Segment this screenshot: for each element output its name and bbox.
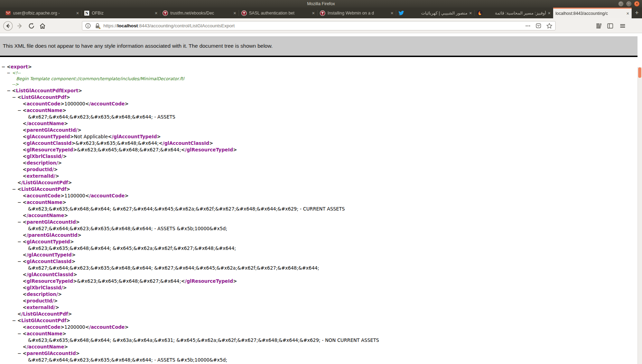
ofbiz-icon — [477, 10, 483, 16]
minimize-button[interactable]: – — [618, 1, 624, 7]
collapse-toggle[interactable]: − — [7, 87, 10, 94]
collapse-toggle[interactable]: − — [17, 350, 21, 357]
reload-button[interactable] — [26, 21, 37, 31]
xml-line: −<ListGlAccountPdf> — [0, 186, 642, 193]
xml-text: < — [159, 140, 162, 146]
library-icon[interactable] — [594, 21, 604, 31]
xml-text: > — [125, 101, 129, 106]
page-actions-icon[interactable] — [525, 23, 531, 29]
xml-tag-name: productId/ — [27, 298, 54, 304]
tab-close-icon[interactable]: × — [76, 11, 79, 16]
xml-document-tree: −<export>−<!--Begin Template component:/… — [0, 64, 642, 363]
xml-line: <glXbrlClassId/> — [0, 284, 642, 291]
collapse-toggle[interactable]: − — [17, 107, 21, 114]
xml-text: &#x623;&#x635;&#x648;&#x644; — [75, 140, 159, 146]
xml-text: &#x623;&#x645;&#x648;&#x627;&#x644; — [77, 278, 181, 284]
xml-line: −<ListGlAccountPdfExport> — [0, 87, 642, 94]
back-button[interactable] — [3, 21, 13, 31]
tab-close-icon[interactable]: × — [233, 11, 236, 16]
tab-2[interactable]: NOFBiz× — [81, 8, 160, 18]
xml-text: > — [77, 127, 81, 133]
xml-text: > — [63, 331, 66, 336]
tab-6[interactable]: منصور الشبيبي | كهربائيات× — [396, 8, 474, 18]
xml-text: < — [23, 153, 27, 159]
xml-text: < — [23, 252, 27, 258]
tab-title: OFBiz — [92, 11, 153, 16]
menu-hamburger-icon[interactable] — [617, 21, 628, 31]
xml-text: < — [23, 331, 27, 336]
xml-text: > — [66, 94, 70, 100]
scrollbar-thumb[interactable] — [638, 67, 641, 78]
xml-line: &#x627;&#x644;&#x623;&#x635;&#x648;&#x64… — [0, 357, 642, 363]
tab-7[interactable]: أوفبيز: مسير المحاسبة: قائمة× — [474, 8, 553, 18]
close-window-button[interactable]: × — [634, 1, 640, 7]
tab-title: منصور الشبيبي | كهربائيات — [406, 11, 467, 16]
xml-line: &#x627;&#x644;&#x623;&#x635;&#x648;&#x64… — [0, 114, 642, 120]
pocket-icon[interactable] — [536, 23, 541, 29]
home-button[interactable] — [37, 21, 48, 31]
xml-tag-name: externalId/ — [27, 173, 55, 179]
new-tab-button[interactable]: + — [632, 8, 642, 18]
maximize-button[interactable]: ▢ — [626, 1, 632, 7]
lock-warning-icon[interactable] — [94, 23, 101, 29]
xml-tag-name: accountName — [27, 331, 63, 336]
collapse-toggle[interactable]: − — [17, 239, 21, 245]
collapse-toggle[interactable]: − — [12, 317, 16, 324]
tab-close-icon[interactable]: × — [548, 11, 550, 16]
xml-text: < — [23, 259, 27, 264]
url-bar[interactable]: https://localhost:8443/accounting/contro… — [82, 21, 556, 30]
collapse-toggle[interactable]: − — [17, 330, 21, 337]
tab-close-icon[interactable]: × — [312, 11, 315, 16]
tab-close-icon[interactable]: × — [155, 11, 158, 16]
xml-text: > — [72, 140, 75, 146]
xml-tag-name: accountCode — [27, 101, 61, 106]
sidebar-toggle-icon[interactable] — [605, 21, 615, 31]
xml-tag-name: /accountName — [27, 213, 64, 218]
collapse-toggle[interactable]: − — [1, 64, 5, 70]
forward-button[interactable] — [15, 21, 25, 31]
page-info-icon[interactable] — [85, 23, 91, 29]
xml-text: < — [23, 140, 27, 146]
tab-close-icon[interactable]: × — [469, 11, 472, 16]
collapse-toggle[interactable]: − — [17, 258, 21, 265]
tab-strip: user@ofbiz.apache.org -×NOFBiz×trustfm.n… — [3, 8, 632, 18]
xml-tag-name: /accountName — [27, 121, 64, 126]
xml-line: &#x623;&#x635;&#x648;&#x644; &#x63a;&#x6… — [0, 337, 642, 344]
xml-line: </accountName> — [0, 344, 642, 350]
collapse-toggle[interactable]: − — [7, 70, 10, 76]
xml-text: &#x627;&#x644;&#x623;&#x635;&#x648;&#x64… — [28, 226, 227, 231]
tab-5[interactable]: Installing Webmin on a d× — [317, 8, 396, 18]
collapse-toggle[interactable]: − — [17, 219, 21, 225]
xml-text: > — [125, 193, 129, 198]
xml-text: > — [28, 64, 32, 69]
home-icon — [39, 22, 46, 29]
xml-line: <glResourceTypeId>&#x623;&#x645;&#x648;&… — [0, 278, 642, 284]
collapse-toggle[interactable]: − — [12, 186, 16, 193]
collapse-toggle[interactable]: − — [17, 199, 21, 206]
xml-line: <productId/> — [0, 298, 642, 304]
xml-text: < — [23, 291, 27, 297]
xml-tag-name: export — [11, 64, 28, 69]
xml-tag-name: /glResourceTypeId — [185, 147, 233, 152]
bookmark-star-icon[interactable] — [546, 23, 552, 29]
xml-line: <accountCode>1200000</accountCode> — [0, 324, 642, 330]
tab-close-icon[interactable]: × — [626, 11, 629, 16]
tab-8[interactable]: localhost:8443/accounting/c× — [553, 8, 632, 18]
scrollbar-track[interactable] — [638, 67, 642, 364]
xml-text: < — [108, 134, 112, 139]
tab-4[interactable]: SASL authentication bet× — [239, 8, 317, 18]
xml-tag-name: accountName — [27, 108, 63, 113]
collapse-toggle[interactable]: − — [12, 94, 16, 101]
xml-text: < — [23, 278, 27, 284]
xml-text: > — [63, 153, 67, 159]
xml-text: &#x627;&#x644;&#x623;&#x635;&#x648;&#x64… — [28, 265, 319, 271]
xml-text: > — [61, 101, 64, 106]
tab-title: Installing Webmin on a d — [328, 11, 389, 16]
tab-close-icon[interactable]: × — [391, 11, 393, 16]
tab-1[interactable]: user@ofbiz.apache.org -× — [3, 8, 81, 18]
xml-text: > — [58, 160, 62, 166]
xml-tag-name: accountName — [27, 199, 63, 205]
xml-text: > — [233, 278, 237, 284]
tab-3[interactable]: trustfm.net/ebooks/Dec× — [160, 8, 239, 18]
xml-tag-name: /glAccountClassId — [162, 140, 209, 146]
